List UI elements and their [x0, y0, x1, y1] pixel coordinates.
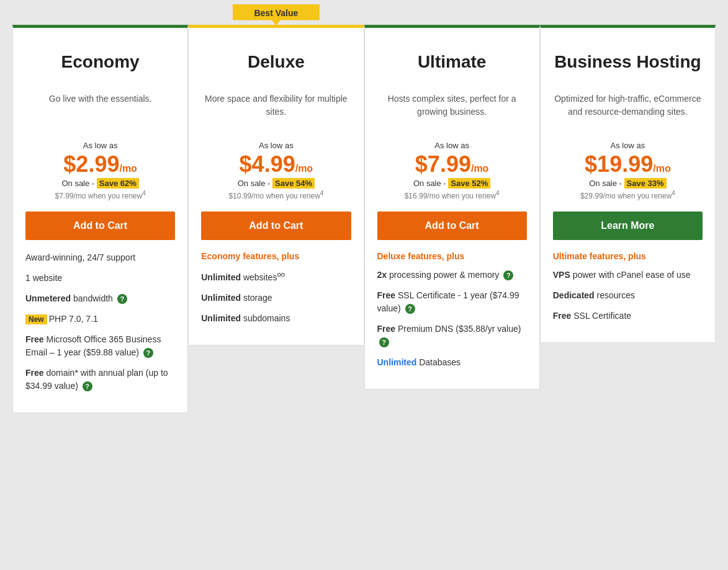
- plan-description-ultimate: Hosts complex sites, perfect for a growi…: [377, 92, 527, 130]
- feature-text: processing power & memory: [387, 270, 499, 280]
- feature-bold: Unlimited: [201, 313, 241, 323]
- add-to-cart-button-ultimate[interactable]: Add to Cart: [377, 212, 527, 240]
- feature-text: SSL Certificate: [571, 311, 631, 321]
- feature-item-economy-5: Free domain* with annual plan (up to $34…: [25, 367, 175, 393]
- feature-bold: Free: [25, 368, 44, 378]
- help-icon[interactable]: ?: [83, 381, 92, 391]
- plan-card-economy: EconomyGo live with the essentials.As lo…: [12, 25, 188, 413]
- plan-description-economy: Go live with the essentials.: [25, 92, 175, 130]
- feature-item-deluxe-0: Unlimited websitesoo: [201, 269, 351, 284]
- add-to-cart-button-deluxe[interactable]: Add to Cart: [201, 212, 351, 240]
- on-sale-deluxe: On sale - Save 54%: [201, 179, 351, 188]
- features-section-deluxe: Economy features, plusUnlimited websites…: [201, 251, 351, 325]
- feature-text: PHP 7.0, 7.1: [49, 314, 98, 324]
- feature-text: power with cPanel ease of use: [570, 270, 691, 280]
- feature-bold: Free: [377, 290, 396, 300]
- feature-text: Microsoft Office 365 Business Email – 1 …: [25, 334, 161, 357]
- plan-description-business: Optimized for high-traffic, eCommerce an…: [553, 92, 703, 130]
- feature-text: 1 website: [25, 273, 62, 283]
- feature-bold: Unlimited: [201, 293, 241, 303]
- feature-item-economy-0: Award-winning, 24/7 support: [25, 251, 175, 264]
- feature-text: bandwidth: [71, 293, 113, 303]
- features-section-business: Ultimate features, plusVPS power with cP…: [553, 251, 703, 323]
- feature-text: Award-winning, 24/7 support: [25, 252, 135, 262]
- plan-title-ultimate: Ultimate: [377, 40, 527, 84]
- price-business: $19.99/mo: [553, 151, 703, 177]
- new-badge: New: [25, 314, 47, 324]
- on-sale-business: On sale - Save 33%: [553, 179, 703, 188]
- feature-bold: Free: [553, 311, 572, 321]
- feature-item-economy-4: Free Microsoft Office 365 Business Email…: [25, 333, 175, 359]
- save-badge-economy: Save 62%: [97, 178, 139, 189]
- plan-title-deluxe: Deluxe: [201, 40, 351, 84]
- as-low-as-business: As low as: [553, 141, 703, 150]
- as-low-as-economy: As low as: [25, 141, 175, 150]
- feature-text: subdomains: [241, 313, 290, 323]
- best-value-badge: Best Value: [233, 4, 320, 25]
- learn-more-button-business[interactable]: Learn More: [553, 212, 703, 240]
- help-icon[interactable]: ?: [405, 304, 415, 314]
- feature-text: resources: [595, 290, 635, 300]
- feature-bold: Unmetered: [25, 293, 71, 303]
- feature-bold: Free: [377, 324, 396, 334]
- feature-item-ultimate-2: Free Premium DNS ($35.88/yr value) ?: [377, 323, 527, 349]
- feature-bold: Dedicated: [553, 290, 595, 300]
- feature-bold: 2x: [377, 270, 387, 280]
- feature-item-ultimate-3: Unlimited Databases: [377, 356, 527, 369]
- save-badge-business: Save 33%: [624, 178, 667, 189]
- pricing-section-deluxe: As low as$4.99/moOn sale - Save 54%$10.9…: [201, 141, 351, 200]
- pricing-section-business: As low as$19.99/moOn sale - Save 33%$29.…: [553, 141, 703, 200]
- features-section-ultimate: Deluxe features, plus2x processing power…: [377, 251, 527, 369]
- plan-title-economy: Economy: [25, 40, 175, 84]
- pricing-container: EconomyGo live with the essentials.As lo…: [12, 25, 716, 413]
- renew-price-business: $29.99/mo when you renew4: [553, 190, 703, 200]
- feature-text: domain* with annual plan (up to $34.99 v…: [25, 368, 168, 391]
- feature-item-business-1: Dedicated resources: [553, 289, 703, 302]
- feature-item-business-0: VPS power with cPanel ease of use: [553, 269, 703, 282]
- plan-title-business: Business Hosting: [553, 40, 703, 84]
- plan-description-deluxe: More space and flexibility for multiple …: [201, 92, 351, 130]
- feature-text: SSL Certificate - 1 year ($74.99 value): [377, 290, 519, 313]
- feature-item-ultimate-0: 2x processing power & memory ?: [377, 269, 527, 282]
- save-badge-deluxe: Save 54%: [272, 178, 315, 189]
- feature-bold: Unlimited: [377, 357, 417, 367]
- as-low-as-deluxe: As low as: [201, 141, 351, 150]
- plan-card-ultimate: UltimateHosts complex sites, perfect for…: [364, 25, 540, 390]
- feature-item-ultimate-1: Free SSL Certificate - 1 year ($74.99 va…: [377, 289, 527, 315]
- help-icon[interactable]: ?: [379, 337, 389, 347]
- on-sale-economy: On sale - Save 62%: [25, 179, 175, 188]
- features-header-deluxe: Economy features, plus: [201, 251, 351, 261]
- feature-text: storage: [241, 293, 272, 303]
- feature-item-economy-3: NewPHP 7.0, 7.1: [25, 313, 175, 326]
- feature-bold: Unlimited: [201, 272, 241, 282]
- price-ultimate: $7.99/mo: [377, 151, 527, 177]
- plan-card-business: Business HostingOptimized for high-traff…: [540, 25, 716, 343]
- help-icon[interactable]: ?: [503, 270, 513, 280]
- plan-card-deluxe: Best ValueDeluxeMore space and flexibili…: [188, 25, 364, 345]
- feature-text: websitesoo: [241, 272, 285, 282]
- add-to-cart-button-economy[interactable]: Add to Cart: [25, 212, 175, 240]
- on-sale-ultimate: On sale - Save 52%: [377, 179, 527, 188]
- pricing-section-ultimate: As low as$7.99/moOn sale - Save 52%$16.9…: [377, 141, 527, 200]
- price-economy: $2.99/mo: [25, 151, 175, 177]
- features-header-ultimate: Deluxe features, plus: [377, 251, 527, 261]
- pricing-section-economy: As low as$2.99/moOn sale - Save 62%$7.99…: [25, 141, 175, 200]
- price-deluxe: $4.99/mo: [201, 151, 351, 177]
- help-icon[interactable]: ?: [117, 294, 127, 304]
- feature-item-economy-1: 1 website: [25, 272, 175, 285]
- renew-price-deluxe: $10.99/mo when you renew4: [201, 190, 351, 200]
- renew-price-ultimate: $16.99/mo when you renew4: [377, 190, 527, 200]
- renew-price-economy: $7.99/mo when you renew4: [25, 190, 175, 200]
- feature-text: Databases: [416, 357, 461, 367]
- features-header-business: Ultimate features, plus: [553, 251, 703, 261]
- feature-bold: Free: [25, 334, 44, 344]
- feature-item-economy-2: Unmetered bandwidth ?: [25, 292, 175, 305]
- feature-item-business-2: Free SSL Certificate: [553, 309, 703, 323]
- as-low-as-ultimate: As low as: [377, 141, 527, 150]
- feature-item-deluxe-2: Unlimited subdomains: [201, 312, 351, 325]
- features-section-economy: Award-winning, 24/7 support1 websiteUnme…: [25, 251, 175, 393]
- help-icon[interactable]: ?: [143, 348, 153, 358]
- save-badge-ultimate: Save 52%: [448, 178, 490, 189]
- feature-item-deluxe-1: Unlimited storage: [201, 292, 351, 305]
- feature-text: Premium DNS ($35.88/yr value): [395, 324, 521, 334]
